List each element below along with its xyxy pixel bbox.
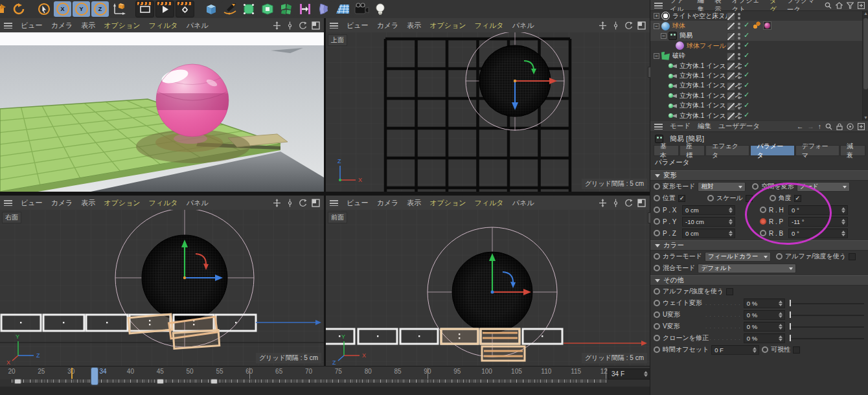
viewport-menu-3[interactable]: オプション [104, 198, 140, 208]
keyframe-circle[interactable] [654, 335, 660, 341]
keyframe-circle[interactable] [654, 323, 660, 330]
subdivision-surface-icon[interactable] [240, 1, 257, 17]
back-icon[interactable]: ← [797, 122, 804, 130]
keyframe-circle[interactable] [760, 207, 766, 213]
time-offset-field[interactable]: 0 F [711, 345, 759, 355]
group-other[interactable]: その他 [650, 275, 868, 286]
other-alpha-checkbox[interactable] [726, 288, 733, 295]
tab-減衰[interactable]: 減衰 [840, 145, 865, 156]
array-icon[interactable] [296, 1, 314, 17]
layer-edit-icon[interactable] [727, 22, 735, 30]
lock-z-button[interactable]: Z [91, 1, 109, 17]
lock-icon[interactable] [836, 123, 843, 130]
enabled-check-icon[interactable]: ✓ [744, 101, 749, 109]
viewport-menu-icon[interactable] [330, 23, 338, 28]
keyframe-circle[interactable] [770, 195, 776, 201]
timeline[interactable]: 2025304045505560657075808590951001051101… [0, 366, 650, 395]
up-icon[interactable]: ↑ [818, 122, 821, 130]
material-tag-icon[interactable] [763, 21, 771, 30]
u-deform-field[interactable]: 0 % [744, 310, 785, 320]
keyframe-circle[interactable] [654, 218, 660, 225]
object-row[interactable]: 球体フィールド✓ [650, 41, 868, 51]
front-view-canvas[interactable]: Y X Z [326, 210, 650, 366]
viewport-menu-2[interactable]: 表示 [407, 198, 421, 208]
expander-icon[interactable]: − [654, 53, 659, 59]
cube-primitive-icon[interactable] [202, 1, 220, 17]
camera-icon[interactable] [352, 1, 370, 17]
top-view-canvas[interactable]: Z X [326, 32, 650, 192]
viewport-menu-5[interactable]: パネル [512, 198, 534, 208]
live-selection-icon[interactable] [35, 1, 52, 17]
lock-x-button[interactable]: X [54, 1, 71, 17]
dolly-icon[interactable] [611, 199, 620, 207]
layer-edit-icon[interactable] [727, 32, 735, 41]
dolly-icon[interactable] [286, 21, 294, 30]
rigidbody-tag-icon[interactable] [753, 21, 761, 29]
blend-mode-dropdown[interactable]: デフォルト [698, 264, 796, 273]
search-icon[interactable] [825, 2, 832, 9]
visibility-dots[interactable] [738, 33, 740, 40]
angle-checkbox[interactable]: ✓ [794, 195, 801, 202]
keyframe-circle[interactable] [762, 346, 768, 353]
undo-icon[interactable] [0, 1, 8, 17]
am-menu-2[interactable]: ユーザデータ [718, 122, 760, 131]
viewport-right[interactable]: ビューカメラ表示オプションフィルタパネル [0, 196, 324, 366]
layer-edit-icon[interactable] [727, 42, 735, 51]
viewport-menu-4[interactable]: フィルタ [475, 21, 504, 30]
weight-slider[interactable] [790, 300, 865, 306]
weight-field[interactable]: 0 % [744, 299, 785, 308]
keyframe-marker[interactable] [15, 379, 21, 383]
frame-spinner[interactable] [643, 370, 648, 378]
layer-edit-icon[interactable] [727, 62, 735, 71]
viewport-front[interactable]: ビューカメラ表示オプションフィルタパネル [326, 196, 650, 366]
keyframe-circle-active[interactable] [760, 218, 766, 225]
viewport-menu-0[interactable]: ビュー [21, 198, 43, 208]
px-field[interactable]: 0 cm [682, 205, 735, 215]
group-color[interactable]: カラー [650, 240, 868, 251]
keyframe-circle[interactable] [654, 207, 660, 213]
enabled-check-icon[interactable]: ✓ [744, 21, 749, 29]
keyframe-circle[interactable] [654, 265, 660, 271]
keyframe-circle[interactable] [654, 253, 660, 260]
rotate-icon[interactable] [299, 21, 307, 30]
rh-field[interactable]: 0 ° [788, 205, 848, 215]
tab-パラメータ[interactable]: パラメータ [750, 145, 794, 156]
rb-field[interactable]: 0 ° [788, 229, 848, 238]
render-settings-button[interactable] [176, 1, 194, 17]
viewport-menu-0[interactable]: ビュー [347, 21, 369, 30]
maximize-icon[interactable] [637, 21, 646, 30]
pan-icon[interactable] [273, 21, 281, 30]
render-picture-viewer-button[interactable] [155, 1, 174, 17]
object-manager-menu-icon[interactable] [654, 3, 663, 8]
layer-edit-icon[interactable] [727, 92, 735, 100]
home-icon[interactable] [836, 2, 843, 9]
viewport-menu-3[interactable]: オプション [429, 21, 466, 30]
tab-エフェクタ[interactable]: エフェクタ [705, 145, 750, 156]
viewport-menu-5[interactable]: パネル [187, 21, 209, 30]
viewport-perspective[interactable]: ビューカメラ表示オプションフィルタパネル [0, 18, 324, 192]
dolly-icon[interactable] [286, 199, 294, 207]
object-row[interactable]: 立方体.1 インスタンス.18✓ [650, 101, 868, 111]
visibility-checkbox[interactable] [793, 346, 800, 354]
tab-基本[interactable]: 基本 [654, 145, 679, 156]
viewport-menu-1[interactable]: カメラ [51, 198, 73, 208]
redo-icon[interactable] [10, 1, 27, 17]
pan-icon[interactable] [273, 199, 281, 207]
forward-icon[interactable]: → [807, 122, 814, 130]
dolly-icon[interactable] [611, 21, 620, 30]
enabled-check-icon[interactable]: ✓ [744, 31, 749, 40]
tab-座標[interactable]: 座標 [680, 145, 705, 156]
environment-icon[interactable] [334, 1, 351, 17]
tab-デフォーマ[interactable]: デフォーマ [795, 145, 839, 156]
color-alpha-checkbox[interactable] [849, 253, 856, 260]
light-icon[interactable] [371, 1, 389, 17]
pz-field[interactable]: 0 cm [682, 229, 735, 238]
keyframe-circle[interactable] [654, 230, 660, 236]
deform-space-dropdown[interactable]: ノード [797, 182, 850, 192]
enabled-check-icon[interactable]: ✓ [744, 111, 749, 119]
viewport-menu-2[interactable]: 表示 [81, 21, 95, 30]
keyframe-circle[interactable] [752, 183, 759, 190]
current-frame-field[interactable]: 34 F [608, 368, 650, 379]
layer-edit-icon[interactable] [727, 52, 735, 61]
keyframe-circle[interactable] [654, 300, 660, 306]
